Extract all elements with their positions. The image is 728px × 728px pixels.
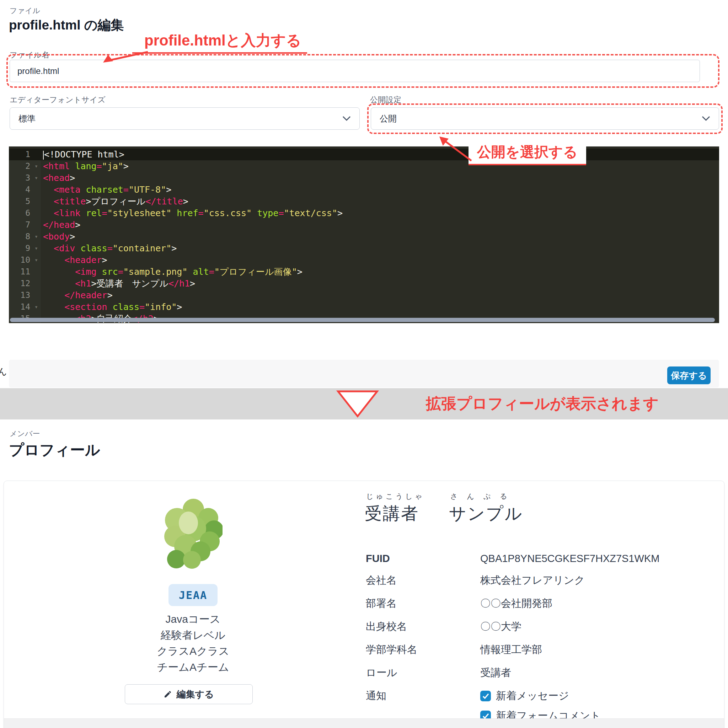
code-text: </header> [41, 289, 113, 301]
code-text: <header> [41, 254, 107, 266]
checkbox-checked-icon[interactable] [480, 691, 491, 701]
edit-profile-label: 編集する [176, 688, 214, 700]
profile-row-value: 株式会社フレアリンク [480, 573, 585, 587]
fold-marker-icon[interactable]: ▾ [32, 301, 41, 313]
page: ファイル profile.html の編集 profile.htmlと入力する … [0, 0, 728, 728]
code-line[interactable]: 4 <meta charset="UTF-8"> [9, 184, 719, 196]
grapes-avatar [162, 497, 223, 573]
annotation-arrow-icon [436, 135, 476, 163]
code-line[interactable]: 13 </header> [9, 289, 719, 301]
annotation-enter-filename: profile.htmlと入力する [132, 31, 307, 54]
code-line[interactable]: 7</head> [9, 219, 719, 231]
profile-row-label: 学部学科名 [366, 642, 480, 657]
fold-spacer [32, 278, 41, 289]
line-number: 14 [9, 301, 32, 313]
fold-marker-icon[interactable]: ▾ [32, 242, 41, 254]
furigana-first: さんぷる [450, 492, 523, 501]
profile-row: FUIDQBA1P8YNE5CGKESF7HXZ7S1WKM [366, 552, 707, 564]
code-line[interactable]: 10▾ <header> [9, 254, 719, 266]
code-line[interactable]: 5 <title>プロフィール</title> [9, 196, 719, 207]
page-title-profile: プロフィール [9, 440, 100, 460]
line-number: 13 [9, 289, 32, 301]
member-name: じゅこうしゃ 受講者 さんぷる サンプル [365, 492, 523, 525]
fold-spacer [32, 207, 41, 219]
line-number: 9 [9, 242, 32, 254]
code-text: <meta charset="UTF-8"> [41, 184, 171, 196]
profile-row: 出身校名〇〇大学 [366, 619, 707, 634]
profile-row: ロール受講者 [366, 665, 707, 680]
profile-row-label: ロール [366, 665, 480, 680]
fold-spacer [32, 148, 41, 160]
line-number: 11 [9, 266, 32, 278]
code-text: <head> [41, 172, 75, 184]
annotation-arrow-icon [101, 49, 151, 66]
line-number: 1 [9, 148, 32, 160]
code-line[interactable]: 1<!DOCTYPE html> [9, 148, 719, 160]
profile-row-label: 会社名 [366, 573, 480, 587]
fold-spacer [32, 219, 41, 231]
line-number: 5 [9, 196, 32, 207]
code-line[interactable]: 14▾ <section class="info"> [9, 301, 719, 313]
line-number: 8 [9, 231, 32, 242]
divider-caption: 拡張プロフィールが表示されます [426, 393, 659, 414]
profile-row: 学部学科名情報理工学部 [366, 642, 707, 657]
code-text: <!DOCTYPE html> [41, 148, 124, 160]
edit-profile-button[interactable]: 編集する [125, 684, 253, 704]
profile-row-label: FUID [366, 552, 480, 564]
editor-fontsize-select[interactable]: 標準 [9, 107, 360, 130]
profile-row-value: QBA1P8YNE5CGKESF7HXZ7S1WKM [480, 552, 659, 564]
fold-marker-icon[interactable]: ▾ [32, 231, 41, 242]
save-button[interactable]: 保存する [667, 367, 711, 384]
fold-spacer [32, 289, 41, 301]
checkbox-label: 新着メッセージ [496, 689, 569, 703]
profile-row-value: 受講者 [480, 665, 511, 680]
annotation-select-public: 公開を選択する [468, 141, 586, 165]
fold-marker-icon[interactable]: ▾ [32, 172, 41, 184]
editor-horizontal-scrollbar[interactable] [10, 318, 715, 322]
profile-attribute-line: チームAチーム [86, 659, 300, 675]
code-line[interactable]: 3▾<head> [9, 172, 719, 184]
fold-spacer [32, 266, 41, 278]
code-line[interactable]: 2▾<html lang="ja"> [9, 160, 719, 172]
code-line[interactable]: 9▾ <div class="container"> [9, 242, 719, 254]
code-line[interactable]: 8▾<body> [9, 231, 719, 242]
code-text: <body> [41, 231, 75, 242]
code-lines: 1<!DOCTYPE html>2▾<html lang="ja">3▾<hea… [9, 148, 719, 323]
line-number: 10 [9, 254, 32, 266]
code-text: <div class="container"> [41, 242, 177, 254]
line-number: 4 [9, 184, 32, 196]
code-line[interactable]: 12 <h1>受講者 サンプル</h1> [9, 278, 719, 289]
profile-left-lines: Javaコース経験者レベルクラスAクラスチームAチーム [86, 611, 300, 675]
profile-row-value: 〇〇大学 [480, 619, 522, 634]
profile-card-footer [4, 719, 724, 728]
profile-row-label: 出身校名 [366, 619, 480, 634]
save-toolbar: 保存する [9, 360, 719, 387]
fold-marker-icon[interactable]: ▾ [32, 254, 41, 266]
code-editor[interactable]: 1<!DOCTYPE html>2▾<html lang="ja">3▾<hea… [9, 147, 719, 323]
code-text: <html lang="ja"> [41, 160, 128, 172]
code-text: <h1>受講者 サンプル</h1> [41, 278, 195, 289]
line-number: 3 [9, 172, 32, 184]
triangle-down-icon [336, 390, 379, 418]
breadcrumb-member[interactable]: メンバー [9, 429, 40, 439]
page-title-edit-file: profile.html の編集 [9, 16, 124, 34]
fold-spacer [32, 196, 41, 207]
code-text: <section class="info"> [41, 301, 182, 313]
profile-row: 会社名株式会社フレアリンク [366, 573, 707, 587]
check-icon [482, 693, 489, 699]
profile-row-label: 部署名 [366, 596, 480, 611]
pencil-icon [164, 690, 172, 699]
org-badge: JEAA [168, 584, 217, 606]
code-text: <img src="sample.png" alt="プロフィール画像"> [41, 266, 303, 278]
profile-row-label: 通知 [366, 688, 480, 703]
profile-row: 部署名〇〇会社開発部 [366, 596, 707, 611]
code-line[interactable]: 6 <link rel="stylesheet" href="css.css" … [9, 207, 719, 219]
line-number: 12 [9, 278, 32, 289]
clipped-edge-text: ん [0, 366, 7, 378]
profile-rows: FUIDQBA1P8YNE5CGKESF7HXZ7S1WKM会社名株式会社フレア… [366, 552, 707, 728]
fold-marker-icon[interactable]: ▾ [32, 160, 41, 172]
chevron-down-icon [342, 116, 351, 121]
code-line[interactable]: 11 <img src="sample.png" alt="プロフィール画像"> [9, 266, 719, 278]
editor-fontsize-label: エディターフォントサイズ [9, 95, 106, 105]
breadcrumb-file[interactable]: ファイル [9, 6, 40, 16]
